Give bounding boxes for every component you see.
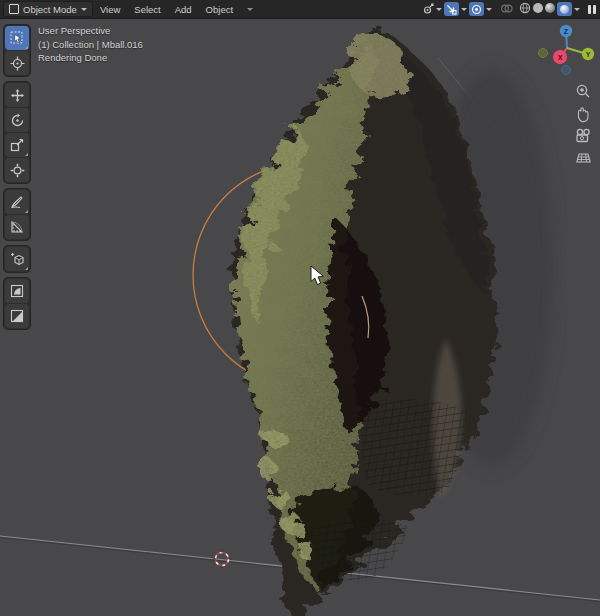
- 3d-cursor-icon: [10, 56, 25, 71]
- snap-icon: [444, 2, 459, 16]
- 3d-viewport[interactable]: Z X Y: [0, 18, 600, 616]
- solid-shading-icon: [533, 3, 543, 13]
- tool-select-box[interactable]: [5, 26, 29, 50]
- viewport-header: Object Mode View Select Add Object: [0, 0, 600, 19]
- menu-select[interactable]: Select: [127, 0, 167, 18]
- tool-rotate[interactable]: [5, 108, 29, 132]
- tool-rounded-corner[interactable]: [5, 279, 29, 303]
- chevron-down-icon: [436, 8, 442, 11]
- tool-transform[interactable]: [5, 158, 29, 182]
- transform-icon: [10, 163, 25, 178]
- material-preview-icon: [545, 3, 555, 13]
- annotate-pen-icon: [10, 195, 24, 209]
- chevron-down-icon: [461, 8, 467, 11]
- proportional-editing-dropdown[interactable]: [469, 2, 492, 16]
- tool-annotate[interactable]: [5, 190, 29, 214]
- menu-object[interactable]: Object: [199, 0, 240, 18]
- move-icon: [10, 88, 25, 103]
- rendered-shading-icon: [560, 5, 569, 14]
- pause-button[interactable]: [588, 5, 596, 14]
- axis-neg-y-ball[interactable]: [539, 49, 548, 58]
- mode-label: Object Mode: [23, 4, 77, 15]
- axis-x-ball[interactable]: X: [553, 50, 567, 64]
- rounded-corner-icon: [10, 284, 24, 298]
- shading-wireframe[interactable]: [519, 2, 531, 16]
- shading-solid[interactable]: [533, 3, 543, 15]
- shading-rendered[interactable]: [557, 2, 572, 16]
- render-status-label: Rendering Done: [38, 51, 143, 65]
- tool-box-cutter[interactable]: [5, 304, 29, 328]
- overlays-icon: [500, 2, 513, 15]
- measure-icon: [10, 220, 24, 234]
- tool-add-cube[interactable]: [5, 247, 29, 271]
- pivot-point-dropdown[interactable]: [421, 3, 442, 16]
- svg-text:Z: Z: [564, 28, 569, 35]
- chevron-down-icon: [81, 8, 87, 11]
- tool-measure[interactable]: [5, 215, 29, 239]
- more-menus-chevron[interactable]: [240, 0, 260, 18]
- object-mode-icon: [9, 4, 19, 14]
- tool-cursor[interactable]: [5, 51, 29, 75]
- wireframe-shading-icon: [519, 2, 531, 14]
- axis-neg-z-ball[interactable]: [562, 66, 571, 75]
- pivot-point-icon: [421, 3, 434, 16]
- tool-move[interactable]: [5, 83, 29, 107]
- menu-view[interactable]: View: [93, 0, 127, 18]
- menu-add[interactable]: Add: [168, 0, 199, 18]
- mesh-wireframe-patch: [361, 399, 466, 496]
- select-cursor-icon: [10, 31, 24, 45]
- shading-options-chevron[interactable]: [574, 8, 580, 11]
- scale-icon: [10, 138, 24, 152]
- box-cutter-icon: [10, 309, 24, 323]
- shading-material[interactable]: [545, 3, 555, 15]
- add-cube-icon: [10, 252, 25, 267]
- svg-text:Y: Y: [586, 51, 591, 58]
- chevron-down-icon: [486, 8, 492, 11]
- svg-text:X: X: [558, 54, 563, 61]
- snap-dropdown[interactable]: [444, 2, 467, 16]
- active-collection-label: (1) Collection | Mball.016: [38, 38, 143, 52]
- tool-scale[interactable]: [5, 133, 29, 157]
- pause-icon: [588, 5, 591, 14]
- mode-selector[interactable]: Object Mode: [3, 1, 93, 17]
- proportional-editing-icon: [469, 2, 484, 16]
- overlays-toggle[interactable]: [500, 2, 513, 17]
- viewport-overlay-text: User Perspective (1) Collection | Mball.…: [38, 24, 143, 65]
- axis-z-ball[interactable]: Z: [560, 25, 572, 37]
- view-name-label: User Perspective: [38, 24, 143, 38]
- axis-y-ball[interactable]: Y: [582, 48, 594, 60]
- rotate-icon: [10, 113, 25, 128]
- tool-shelf: [3, 24, 31, 330]
